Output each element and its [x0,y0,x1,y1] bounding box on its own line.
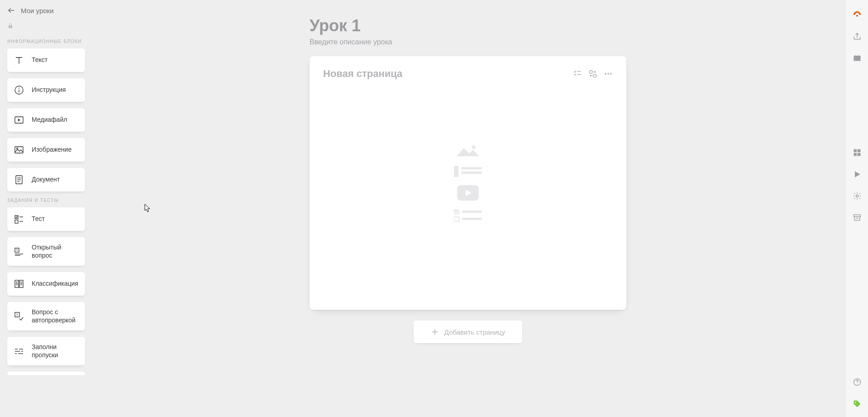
block-label: Открытый вопрос [32,244,79,259]
page-reorder-button[interactable] [573,69,582,78]
svg-text:T: T [16,313,19,316]
svg-point-66 [857,383,858,384]
svg-rect-46 [461,167,482,169]
svg-rect-51 [462,211,482,213]
block-instruction[interactable]: Инструкция [7,78,85,102]
block-classification[interactable]: Классификация [7,272,85,296]
svg-rect-47 [461,172,482,174]
svg-rect-45 [454,166,458,177]
svg-point-62 [856,195,858,197]
svg-point-44 [472,145,476,149]
main-area: Урок 1 Введите описание урока Новая стра… [91,0,845,417]
document-icon [14,174,24,185]
svg-rect-6 [15,147,23,153]
arrow-left-icon [7,6,15,14]
empty-page-placeholder [454,144,482,222]
svg-marker-43 [457,148,479,156]
svg-rect-13 [15,220,18,223]
book-icon [853,54,862,63]
grid-icon [853,148,862,157]
more-horizontal-icon [604,69,613,78]
svg-rect-20 [15,280,19,288]
right-rail [845,0,868,417]
svg-rect-50 [454,210,459,214]
block-label: Вопрос с автопроверкой [32,308,79,324]
section-tasks-label: ЗАДАНИЯ И ТЕСТЫ [7,198,85,203]
svg-rect-59 [854,153,857,156]
section-info-label: ИНФОРМАЦИОННЫЕ БЛОКИ [7,39,85,44]
svg-rect-63 [854,215,860,216]
block-document[interactable]: Документ [7,168,85,192]
block-label: Документ [32,176,60,184]
page-more-button[interactable] [604,69,613,78]
page-card[interactable]: Новая страница [310,56,626,310]
sidebar: Мои уроки ИНФОРМАЦИОННЫЕ БЛОКИ Текст Инс… [0,0,91,417]
share-button[interactable] [852,32,862,42]
svg-point-67 [855,402,856,403]
block-label: Классификация [32,280,78,288]
block-label: Тест [32,215,45,223]
grid-view-button[interactable] [852,148,862,158]
block-fill-blanks[interactable]: Заполни пропуски [7,337,85,365]
back-label: Мои уроки [21,7,54,14]
svg-rect-21 [19,280,23,288]
feedback-button[interactable] [852,399,862,409]
back-to-lessons[interactable]: Мои уроки [7,6,85,14]
list-check-icon [573,69,582,78]
share-icon [853,32,862,41]
svg-point-42 [610,73,611,74]
lesson-title-input[interactable]: Урок 1 [310,16,626,35]
block-open-question[interactable]: T Открытый вопрос [7,237,85,266]
columns-icon [14,278,24,289]
library-button[interactable] [852,53,862,63]
archive-button[interactable] [852,213,862,223]
open-question-icon: T [14,246,24,257]
lock-icon [7,23,14,29]
lesson-header: Урок 1 Введите описание урока [310,16,626,56]
text-icon [14,55,24,66]
shuffle-icon [588,69,597,78]
placeholder-text-icon [454,166,482,177]
svg-marker-5 [18,119,20,121]
settings-button[interactable] [852,191,862,201]
svg-point-3 [19,88,19,89]
placeholder-image-icon [454,144,482,158]
block-label: Инструкция [32,86,66,94]
svg-rect-52 [454,217,459,221]
checklist-icon [14,214,24,225]
block-auto-question[interactable]: T Вопрос с автопроверкой [7,302,85,331]
plus-icon [431,328,439,336]
block-label: Изображение [32,146,72,154]
block-media[interactable]: Медиафайл [7,108,85,132]
block-label: Текст [32,56,48,64]
play-icon [853,170,862,179]
page-title-input[interactable]: Новая страница [323,68,573,80]
gear-icon [853,192,862,201]
svg-point-56 [856,15,858,17]
add-page-label: Добавить страницу [444,328,505,336]
svg-rect-57 [854,149,857,153]
help-button[interactable] [852,377,862,387]
lesson-description-input[interactable]: Введите описание урока [310,38,626,46]
placeholder-checklist-icon [454,209,482,222]
info-icon [14,85,24,96]
lock-indicator [7,23,85,31]
play-box-icon [14,115,24,125]
fill-blank-icon [14,346,24,357]
block-image[interactable]: Изображение [7,138,85,162]
placeholder-video-icon [457,185,479,201]
page-actions [573,69,613,78]
block-quiz[interactable]: Тест [7,207,85,231]
help-icon [853,378,862,387]
block-peek[interactable] [7,372,85,375]
add-page-button[interactable]: Добавить страницу [414,321,522,343]
page-shuffle-button[interactable] [588,69,597,78]
svg-marker-61 [855,171,860,177]
block-label: Заполни пропуски [32,343,79,359]
tag-icon [853,399,862,408]
image-icon [14,144,24,155]
svg-rect-58 [857,149,860,153]
brand-logo-icon[interactable] [852,10,862,20]
block-text[interactable]: Текст [7,48,85,72]
preview-button[interactable] [852,169,862,179]
